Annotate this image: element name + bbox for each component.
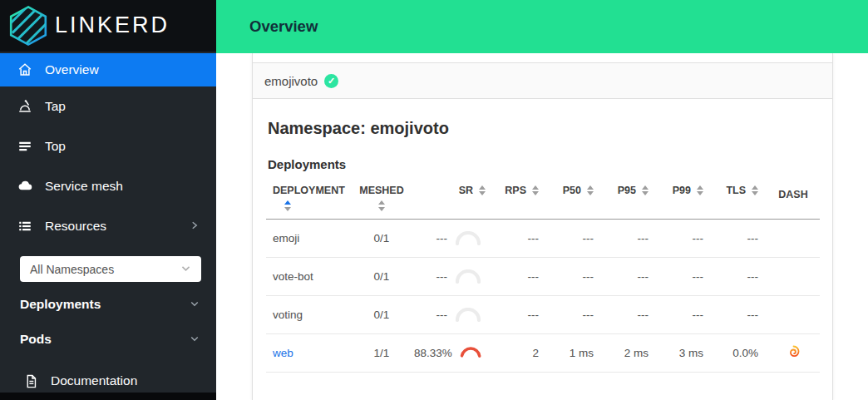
sr-value: --- [414, 270, 447, 283]
check-circle-icon [324, 74, 338, 88]
table-header-row: DEPLOYMENTMESHEDSRRPSP50P95P99TLSDASH [266, 181, 820, 219]
cell-success-rate: --- [414, 219, 494, 257]
collapsed-panel-partial[interactable] [253, 53, 832, 63]
main-area: Overview emojivoto Namespace: emojivoto … [216, 0, 868, 400]
cell-p95: 2 ms [602, 333, 657, 372]
grafana-dashboard-link[interactable] [787, 344, 801, 358]
column-label: TLS [726, 185, 746, 196]
table-row-emoji: emoji0/1------------------ [266, 219, 820, 257]
column-label: P50 [563, 185, 581, 196]
column-header-rps[interactable]: RPS [494, 181, 547, 219]
chevron-down-icon [190, 297, 200, 312]
cell-p95: --- [602, 295, 657, 333]
sidebar-nav: Overview Tap Top [0, 53, 216, 246]
cell-p50: 1 ms [547, 333, 602, 372]
success-rate-gauge [454, 308, 482, 322]
column-header-p50[interactable]: P50 [547, 181, 602, 219]
sidebar-item-label: Top [45, 139, 66, 154]
column-header-p95[interactable]: P95 [602, 181, 657, 219]
sidebar-item-label: Service mesh [45, 179, 123, 194]
cell-success-rate: --- [414, 295, 494, 333]
cell-p99: --- [657, 257, 712, 295]
cell-p99: --- [657, 219, 712, 257]
sidebar-item-label: Resources [45, 219, 106, 234]
sidebar-item-overview[interactable]: Overview [0, 53, 216, 86]
namespace-card: Namespace: emojivoto Deployments DEPLOYM… [253, 99, 832, 400]
linkerd-dashboard: LINKERD Overview Tap [0, 0, 868, 400]
sidebar-item-tap[interactable]: Tap [0, 86, 216, 126]
deployment-name: emoji [273, 232, 299, 244]
cell-tls: 0.0% [712, 333, 767, 372]
success-rate-gauge [459, 346, 482, 360]
namespace-select[interactable]: All Namespaces [20, 256, 201, 282]
column-label: P95 [618, 185, 636, 196]
column-header-deployment[interactable]: DEPLOYMENT [266, 181, 349, 219]
column-header-p99[interactable]: P99 [657, 181, 712, 219]
sidebar-item-label: Pods [20, 332, 52, 347]
cloud-icon [17, 178, 33, 194]
namespace-panel-title: emojivoto [264, 74, 318, 88]
sort-arrows-icon[interactable] [587, 185, 594, 196]
section-title: Deployments [268, 157, 819, 171]
chevron-down-icon [190, 332, 200, 347]
page-header: Overview [216, 0, 868, 53]
sr-value: 88.33% [414, 347, 452, 359]
cell-deployment: emoji [266, 219, 349, 257]
column-label: P99 [673, 185, 691, 196]
cell-dash [767, 257, 820, 295]
chevron-right-icon [190, 219, 200, 234]
success-rate-gauge [454, 231, 482, 245]
sidebar-item-service-mesh[interactable]: Service mesh [0, 166, 216, 206]
cell-dash [767, 295, 820, 333]
deployments-table: DEPLOYMENTMESHEDSRRPSP50P95P99TLSDASH em… [266, 181, 820, 373]
namespace-accordion: emojivoto Namespace: emojivoto Deploymen… [252, 53, 833, 400]
sr-value: --- [414, 232, 447, 244]
cell-tls: --- [712, 219, 767, 257]
column-header-meshed[interactable]: MESHED [349, 181, 414, 219]
sidebar-item-top[interactable]: Top [0, 126, 216, 166]
page-title: Overview [249, 17, 318, 36]
deployments-table-body: emoji0/1------------------vote-bot0/1---… [266, 219, 820, 372]
tap-icon [17, 99, 33, 114]
sort-arrows-icon[interactable] [284, 200, 291, 211]
cell-deployment: web [266, 333, 349, 372]
sort-arrows-icon[interactable] [697, 185, 703, 196]
sort-arrows-icon[interactable] [378, 200, 385, 211]
table-row-web: web1/188.33%21 ms2 ms3 ms0.0% [266, 333, 820, 372]
column-header-tls[interactable]: TLS [712, 181, 767, 219]
document-icon [22, 374, 39, 388]
chevron-down-icon [180, 263, 191, 276]
sort-arrows-icon[interactable] [642, 185, 649, 196]
home-icon [17, 62, 33, 77]
grafana-icon [787, 344, 801, 358]
sidebar-item-label: Deployments [20, 297, 101, 312]
sidebar-item-deployments[interactable]: Deployments [0, 287, 216, 322]
sidebar-item-resources[interactable]: Resources [0, 206, 216, 246]
linkerd-logo[interactable]: LINKERD [0, 0, 216, 52]
table-row-voting: voting0/1------------------ [266, 295, 820, 333]
sr-value: --- [414, 309, 447, 321]
sidebar-item-pods[interactable]: Pods [0, 322, 216, 357]
cell-meshed: 1/1 [349, 333, 414, 372]
content-area: emojivoto Namespace: emojivoto Deploymen… [216, 53, 868, 400]
column-header-sr[interactable]: SR [414, 181, 494, 219]
sort-arrows-icon[interactable] [752, 185, 758, 196]
success-rate-gauge [454, 269, 482, 284]
cell-p99: --- [657, 295, 712, 333]
column-label: MESHED [359, 185, 403, 196]
cell-p50: --- [547, 257, 602, 295]
list-icon [17, 219, 33, 234]
namespace-panel-header[interactable]: emojivoto [253, 63, 832, 99]
cell-deployment: vote-bot [266, 257, 349, 295]
logo-wordmark: LINKERD [55, 12, 170, 38]
linkerd-hexagon-icon [7, 3, 50, 48]
sort-arrows-icon[interactable] [532, 185, 539, 196]
namespace-select-value: All Namespaces [30, 263, 114, 276]
deployment-name: vote-bot [273, 270, 313, 283]
column-header-dash: DASH [767, 181, 820, 219]
sort-arrows-icon[interactable] [479, 185, 486, 196]
cell-p95: --- [602, 219, 657, 257]
cell-rps: 2 [494, 333, 547, 372]
card-title: Namespace: emojivoto [268, 119, 819, 138]
deployment-link[interactable]: web [273, 347, 293, 359]
